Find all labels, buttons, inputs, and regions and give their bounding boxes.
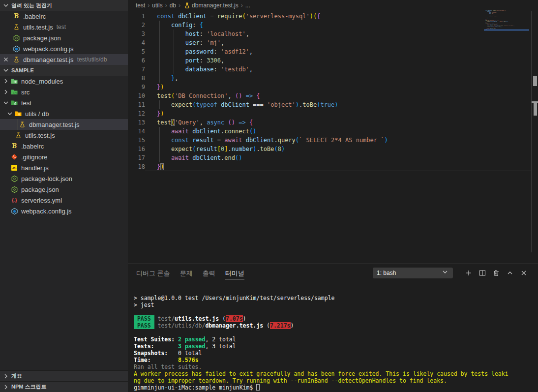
panel-tab-label: 출력 — [203, 270, 215, 279]
terminal-line: ng due to improper teardown. Try running… — [134, 377, 538, 384]
breadcrumb-item[interactable]: db — [169, 2, 177, 9]
npm-icon — [10, 175, 19, 182]
code-line[interactable]: 8 }, — [128, 74, 538, 83]
open-editor-item[interactable]: webpack.config.js — [0, 43, 128, 54]
line-number: 1 — [128, 12, 145, 21]
minimap-content: const dbClient = require('serverless-mys… — [484, 10, 531, 30]
terminal-line: Snapshots: 0 total — [134, 350, 538, 357]
code-line[interactable]: 9}) — [128, 83, 538, 91]
kill-terminal-button[interactable] — [489, 267, 503, 279]
breadcrumb-label: utils — [152, 2, 162, 9]
npm-scripts-section-header[interactable]: NPM 스크립트 — [0, 381, 128, 392]
chevron-down-icon — [441, 268, 449, 277]
open-editor-item[interactable]: utils.test.jstest — [0, 22, 128, 32]
new-terminal-button[interactable] — [462, 267, 476, 279]
breadcrumb-item[interactable]: utils — [151, 2, 163, 9]
file-name: package.json — [23, 34, 61, 42]
tree-file-item[interactable]: Ɓ.babelrc — [0, 141, 128, 151]
open-editor-item[interactable]: dbmanager.test.jstest/utils/db — [0, 54, 128, 65]
tree-file-item[interactable]: utils.test.js — [0, 130, 128, 141]
folder-name: node_modules — [21, 78, 63, 85]
tree-folder-item[interactable]: utils / db — [0, 108, 128, 119]
file-name: .babelrc — [21, 143, 44, 150]
code-line[interactable]: 7 database: 'testdb', — [128, 65, 538, 74]
line-number: 10 — [128, 91, 145, 100]
overview-ruler — [531, 11, 532, 252]
code-line[interactable]: 5 password: 'asdf12', — [128, 47, 538, 56]
line-number: 13 — [128, 118, 145, 127]
explorer-section-header[interactable]: SAMPLE — [0, 65, 128, 76]
code-line[interactable]: 4 user: 'mj', — [128, 38, 538, 47]
file-name: utils.test.js — [23, 24, 53, 31]
webpack-icon — [10, 207, 19, 215]
code-line[interactable]: 18}) — [128, 162, 538, 171]
tree-file-item[interactable]: package.json — [0, 184, 128, 195]
code-line[interactable]: 10test('DB Connection', () => { — [128, 91, 538, 100]
minimap-current-line — [484, 30, 529, 30]
code-line[interactable]: 17 await dbClient.end() — [128, 153, 538, 162]
line-number: 18 — [128, 162, 145, 171]
tree-file-item[interactable]: webpack.config.js — [0, 206, 128, 216]
test-flask-icon — [14, 131, 23, 139]
indent — [2, 162, 10, 173]
npm-icon — [12, 34, 21, 42]
code-line[interactable]: 6 port: 3306, — [128, 56, 538, 65]
maximize-panel-button[interactable] — [503, 267, 517, 279]
line-number: 11 — [128, 100, 145, 109]
terminal-line: > sample@1.0.0 test /Users/minjunKim/tes… — [134, 295, 538, 302]
tree-folder-item[interactable]: test — [0, 97, 128, 108]
panel-tab-active[interactable]: 터미널 — [220, 266, 249, 280]
file-name: webpack.config.js — [23, 45, 74, 53]
code-line[interactable]: 1const dbClient = require('serverless-my… — [128, 12, 538, 21]
code-line[interactable]: 13test('Query', async () => { — [128, 118, 538, 127]
minimap[interactable]: const dbClient = require('serverless-mys… — [484, 10, 531, 79]
terminal-shell-select[interactable]: 1: bash — [373, 268, 453, 278]
code-line[interactable]: 15 const result = await dbClient.query(`… — [128, 136, 538, 145]
panel-tab-[interactable]: 출력 — [198, 266, 220, 280]
line-number: 9 — [128, 83, 145, 91]
code-line[interactable]: 3 host: 'localhost', — [128, 30, 538, 38]
line-number: 3 — [128, 30, 145, 38]
split-terminal-button[interactable] — [476, 267, 489, 279]
line-number: 8 — [128, 74, 145, 83]
tree-folder-item[interactable]: node_modules — [0, 76, 128, 87]
code-line[interactable]: 16 expect(result[0].number).toBe(8) — [128, 145, 538, 153]
tree-file-item[interactable]: JShandler.js — [0, 162, 128, 173]
terminal-line: Time: 8.576s — [134, 357, 538, 363]
code-line[interactable]: 11 expect(typeof dbClient === 'object').… — [128, 100, 538, 109]
code-line[interactable]: 2 config: { — [128, 21, 538, 30]
test-flask-icon — [12, 56, 21, 63]
tree-folder-item[interactable]: </>src — [0, 87, 128, 97]
panel-tab-[interactable]: 문제 — [175, 266, 198, 280]
babel-icon: Ɓ — [10, 142, 19, 150]
close-panel-button[interactable] — [517, 267, 531, 279]
tree-file-item[interactable]: .gitignore — [0, 151, 128, 162]
tree-file-item[interactable]: dbmanager.test.js — [0, 119, 128, 130]
indent — [2, 173, 10, 184]
chevron-down-icon — [2, 1, 10, 9]
open-editor-item[interactable]: package.json — [0, 32, 128, 43]
breadcrumb-item[interactable]: test — [135, 2, 146, 9]
npm-scripts-title: NPM 스크립트 — [11, 383, 47, 391]
code-line[interactable]: 12}) — [128, 109, 538, 118]
close-icon[interactable] — [0, 56, 12, 63]
breadcrumb-item[interactable]: dbmanager.test.js — [182, 1, 239, 9]
open-editor-item[interactable]: Ɓ.babelrc — [0, 11, 128, 22]
breadcrumb: test›utils›db›dbmanager.test.js›... — [128, 0, 538, 11]
breadcrumb-separator: › — [240, 2, 243, 9]
panel-tab-[interactable]: 디버그 콘솔 — [131, 266, 175, 280]
indent — [2, 151, 10, 162]
breadcrumb-label: db — [170, 2, 176, 9]
breadcrumb-item[interactable]: ... — [244, 2, 251, 9]
tree-file-item[interactable]: package-lock.json — [0, 173, 128, 184]
file-name: dbmanager.test.js — [23, 56, 74, 63]
tree-file-item[interactable]: {..}serverless.yml — [0, 195, 128, 206]
code-line[interactable]: 14 await dbClient.connect() — [128, 127, 538, 136]
code-editor[interactable]: 1const dbClient = require('serverless-my… — [128, 11, 538, 171]
indent — [6, 130, 14, 141]
breadcrumb-label: ... — [245, 2, 250, 9]
terminal-output[interactable]: > sample@1.0.0 test /Users/minjunKim/tes… — [128, 281, 538, 392]
open-editors-header[interactable]: 열려 있는 편집기 — [0, 0, 128, 11]
chevron-right-icon — [2, 372, 10, 380]
outline-section-header[interactable]: 개요 — [0, 370, 128, 381]
